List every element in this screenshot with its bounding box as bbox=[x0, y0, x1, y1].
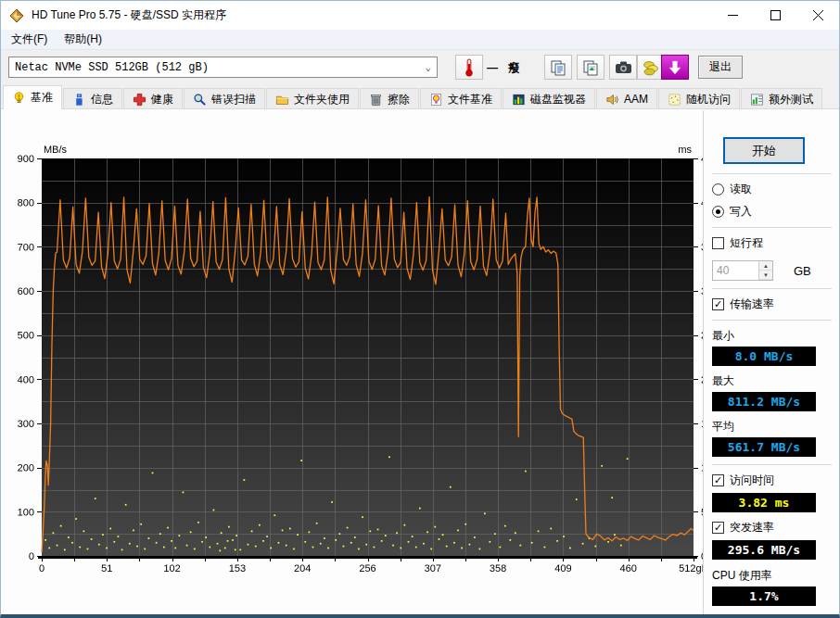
close-button[interactable] bbox=[796, 1, 839, 30]
tab-file-benchmark[interactable]: 文件基准 bbox=[420, 88, 502, 109]
read-radio-label: 读取 bbox=[730, 182, 752, 197]
short-stroke-label: 短行程 bbox=[730, 235, 763, 251]
benchmark-chart bbox=[1, 110, 706, 618]
file-benchmark-icon bbox=[429, 93, 443, 107]
exit-button-label: 退出 bbox=[709, 59, 732, 75]
burst-rate-row[interactable]: 突发速率 bbox=[712, 520, 835, 536]
transfer-rate-row[interactable]: 传输速率 bbox=[712, 296, 835, 312]
tab-error-scan-label: 错误扫描 bbox=[211, 92, 256, 107]
tab-info[interactable]: 信息 bbox=[63, 88, 122, 109]
short-stroke-size-input[interactable]: 40 ▲▼ bbox=[712, 260, 773, 281]
folder-icon bbox=[275, 93, 289, 107]
tab-health[interactable]: 健康 bbox=[123, 88, 183, 109]
chevron-down-icon: ⌄ bbox=[425, 61, 431, 73]
tab-erase[interactable]: 擦除 bbox=[360, 88, 419, 109]
menu-help[interactable]: 帮助(H) bbox=[56, 29, 110, 50]
capture-button[interactable] bbox=[661, 55, 689, 80]
read-radio-row[interactable]: 读取 bbox=[712, 182, 835, 197]
spin-up-icon[interactable]: ▲ bbox=[759, 261, 772, 271]
tab-health-label: 健康 bbox=[151, 92, 173, 107]
capture-arrow-icon bbox=[668, 60, 681, 75]
random-access-icon bbox=[668, 93, 681, 107]
write-radio-label: 写入 bbox=[730, 204, 752, 220]
speaker-icon bbox=[605, 93, 619, 107]
tab-random-access-label: 随机访问 bbox=[686, 92, 731, 107]
toolbar: Netac NVMe SSD 512GB (512 gB) ⌄ — 癈 bbox=[1, 50, 839, 84]
screenshot-button[interactable] bbox=[609, 55, 637, 80]
short-stroke-row[interactable]: 短行程 bbox=[712, 235, 835, 251]
info-icon bbox=[72, 93, 86, 107]
maximize-button[interactable] bbox=[754, 1, 796, 30]
copy-text-button[interactable] bbox=[544, 55, 572, 80]
read-radio[interactable] bbox=[712, 183, 724, 195]
tab-error-scan[interactable]: 错误扫描 bbox=[184, 88, 265, 109]
max-label: 最大 bbox=[712, 373, 835, 389]
access-time-value: 3.82 ms bbox=[739, 496, 790, 510]
divider bbox=[712, 288, 832, 289]
maximize-icon bbox=[770, 10, 781, 20]
divider bbox=[712, 173, 832, 174]
cpu-usage-value: 1.7% bbox=[749, 589, 778, 603]
trash-icon bbox=[369, 93, 383, 107]
burst-rate-value: 295.6 MB/s bbox=[728, 543, 800, 557]
divider bbox=[712, 464, 832, 465]
spinner-buttons[interactable]: ▲▼ bbox=[758, 261, 772, 280]
cpu-usage-label: CPU 使用率 bbox=[712, 568, 835, 584]
gb-unit-label: GB bbox=[794, 264, 811, 278]
tab-folder-usage[interactable]: 文件夹使用 bbox=[266, 88, 359, 109]
burst-rate-display: 295.6 MB/s bbox=[712, 540, 816, 560]
drive-select[interactable]: Netac NVMe SSD 512GB (512 gB) ⌄ bbox=[8, 57, 438, 78]
avg-value: 561.7 MB/s bbox=[728, 440, 800, 454]
minimize-button[interactable] bbox=[711, 1, 754, 30]
window-title: HD Tune Pro 5.75 - 硬盘/SSD 实用程序 bbox=[32, 7, 226, 23]
tab-disk-monitor[interactable]: 磁盘监视器 bbox=[503, 88, 595, 109]
settings-panel: 开始 读取 写入 短行程 40 ▲▼ GB bbox=[703, 110, 835, 618]
drive-select-value: Netac NVMe SSD 512GB (512 gB) bbox=[15, 61, 209, 74]
exit-button[interactable]: 退出 bbox=[698, 56, 743, 79]
app-logo-icon bbox=[9, 8, 24, 23]
tab-info-label: 信息 bbox=[91, 92, 113, 107]
temperature-button[interactable] bbox=[455, 55, 483, 80]
camera-icon bbox=[615, 60, 632, 74]
spin-down-icon[interactable]: ▼ bbox=[759, 271, 772, 280]
access-time-checkbox[interactable] bbox=[712, 474, 724, 486]
min-value-display: 8.0 MB/s bbox=[712, 347, 816, 366]
titlebar: HD Tune Pro 5.75 - 硬盘/SSD 实用程序 bbox=[1, 1, 839, 30]
tab-benchmark-label: 基准 bbox=[31, 90, 53, 106]
min-label: 最小 bbox=[712, 328, 835, 344]
start-button-label: 开始 bbox=[752, 143, 776, 159]
divider bbox=[712, 227, 832, 228]
tab-random-access[interactable]: 随机访问 bbox=[658, 88, 740, 109]
health-cross-icon bbox=[133, 93, 146, 107]
tab-extra-tests[interactable]: 额外测试 bbox=[741, 88, 822, 109]
copy-image-icon bbox=[582, 59, 599, 76]
burst-rate-label: 突发速率 bbox=[730, 520, 774, 536]
tab-file-benchmark-label: 文件基准 bbox=[448, 92, 492, 107]
access-time-label: 访问时间 bbox=[730, 473, 774, 488]
max-value-display: 811.2 MB/s bbox=[712, 392, 816, 411]
copy-image-button[interactable] bbox=[577, 55, 605, 80]
avg-label: 平均 bbox=[712, 419, 835, 435]
start-button[interactable]: 开始 bbox=[723, 137, 805, 164]
write-radio-row[interactable]: 写入 bbox=[712, 204, 835, 220]
divider bbox=[712, 320, 832, 321]
write-radio[interactable] bbox=[712, 206, 724, 218]
menu-file[interactable]: 文件(F) bbox=[3, 29, 56, 50]
access-time-row[interactable]: 访问时间 bbox=[712, 473, 835, 488]
copy-text-icon bbox=[550, 59, 566, 76]
short-stroke-checkbox[interactable] bbox=[712, 237, 724, 249]
tab-aam[interactable]: AAM bbox=[596, 88, 657, 109]
menubar: 文件(F) 帮助(H) bbox=[1, 30, 839, 50]
extra-tests-icon bbox=[750, 93, 764, 107]
tab-folder-usage-label: 文件夹使用 bbox=[294, 92, 350, 107]
disk-monitor-icon bbox=[512, 93, 526, 107]
access-time-display: 3.82 ms bbox=[712, 493, 816, 512]
app-window: HD Tune Pro 5.75 - 硬盘/SSD 实用程序 文件(F) 帮助(… bbox=[0, 0, 840, 618]
tab-disk-monitor-label: 磁盘监视器 bbox=[530, 92, 586, 107]
content-area: 开始 读取 写入 短行程 40 ▲▼ GB bbox=[1, 109, 839, 618]
tab-benchmark[interactable]: 基准 bbox=[3, 85, 62, 109]
tab-erase-label: 擦除 bbox=[388, 92, 410, 107]
burst-rate-checkbox[interactable] bbox=[712, 522, 724, 534]
transfer-rate-label: 传输速率 bbox=[730, 296, 774, 312]
transfer-rate-checkbox[interactable] bbox=[712, 298, 724, 310]
